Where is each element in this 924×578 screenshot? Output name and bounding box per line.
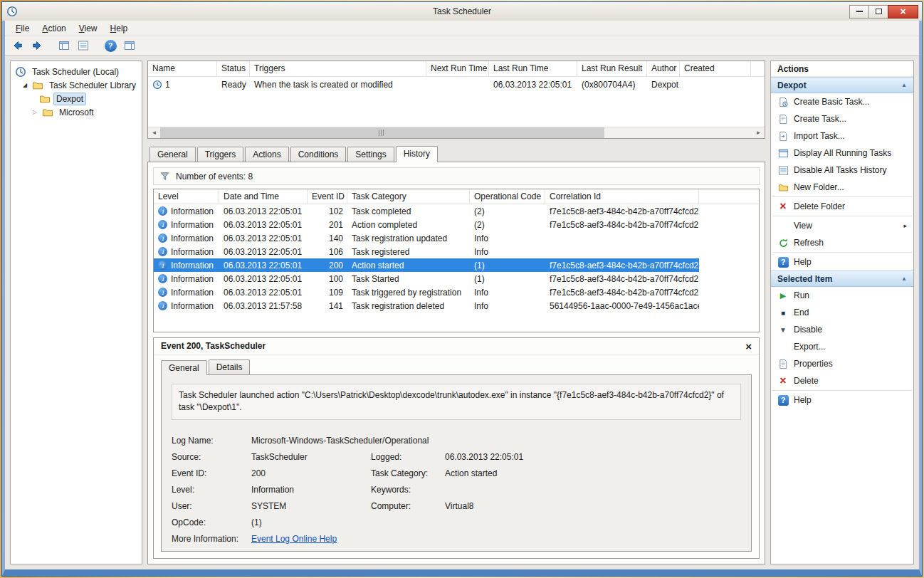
event-row[interactable]: iInformation 06.03.2013 22:05:01 102 Tas…: [154, 204, 699, 218]
task-row[interactable]: 1 Ready When the task is created or modi…: [148, 77, 765, 92]
scroll-left-icon[interactable]: ◄: [148, 130, 160, 136]
column-header-task-category[interactable]: Task Category: [347, 189, 470, 204]
action-end[interactable]: ■ End: [771, 304, 913, 321]
tree-item-microsoft[interactable]: ▷ Microsoft: [11, 105, 142, 119]
collapse-chevron-icon[interactable]: ▲: [901, 82, 907, 88]
horizontal-scrollbar[interactable]: ◄ ►: [148, 127, 765, 138]
column-header-next-run-time[interactable]: Next Run Time: [426, 61, 489, 76]
action-delete-folder[interactable]: × Delete Folder: [771, 198, 913, 215]
action-export[interactable]: Export...: [771, 338, 913, 355]
event-row[interactable]: iInformation 06.03.2013 22:05:01 201 Act…: [154, 218, 699, 231]
column-header-author[interactable]: Author: [647, 61, 680, 76]
action-delete[interactable]: × Delete: [771, 372, 913, 389]
tree-item-dexpot[interactable]: Dexpot: [11, 92, 142, 105]
scrollbar-thumb[interactable]: [160, 127, 604, 138]
event-row[interactable]: iInformation 06.03.2013 22:05:01 100 Tas…: [154, 272, 699, 285]
console-tree-panel: Task Scheduler (Local) ◢ Task Scheduler …: [10, 61, 142, 564]
event-row-selected[interactable]: iInformation 06.03.2013 22:05:01 200 Act…: [154, 258, 699, 272]
action-view[interactable]: View ▸: [771, 217, 913, 234]
action-create-task[interactable]: Create Task...: [771, 110, 913, 127]
action-label: Disable All Tasks History: [794, 165, 887, 175]
column-header-level[interactable]: Level: [154, 189, 219, 204]
opcode-label: OpCode:: [172, 517, 251, 527]
close-button[interactable]: ×: [888, 5, 918, 19]
column-header-name[interactable]: Name: [148, 61, 217, 76]
detail-tab-general[interactable]: General: [161, 360, 207, 375]
tab-settings[interactable]: Settings: [347, 147, 394, 162]
action-properties[interactable]: Properties: [771, 355, 913, 372]
tree-item-task-scheduler-local[interactable]: Task Scheduler (Local): [11, 65, 142, 78]
column-header-event-id[interactable]: Event ID: [308, 189, 347, 204]
task-next-run-cell: [426, 77, 489, 92]
action-import-task[interactable]: Import Task...: [771, 127, 913, 144]
event-log-online-help-link[interactable]: Event Log Online Help: [251, 534, 337, 544]
action-help-selected[interactable]: ? Help: [771, 392, 913, 409]
menu-view[interactable]: View: [73, 21, 104, 36]
expanded-arrow-icon[interactable]: ◢: [21, 82, 29, 88]
tab-conditions[interactable]: Conditions: [290, 147, 347, 162]
source-label: Source:: [172, 452, 251, 462]
center-panel: Name Status Triggers Next Run Time Last …: [147, 61, 765, 564]
maximize-button[interactable]: [868, 5, 888, 19]
event-level-cell: iInformation: [154, 258, 219, 272]
menu-help[interactable]: Help: [104, 21, 135, 36]
tab-actions[interactable]: Actions: [245, 147, 288, 162]
tree-item-task-scheduler-library[interactable]: ◢ Task Scheduler Library: [11, 78, 142, 92]
action-create-basic-task[interactable]: Create Basic Task...: [771, 93, 913, 110]
task-category-value: Action started: [445, 468, 741, 478]
forward-button[interactable]: [28, 38, 46, 53]
event-id-cell: 200: [308, 258, 347, 272]
events-table-header: Level Date and Time Event ID Task Catego…: [154, 189, 759, 204]
action-label: Delete: [794, 376, 819, 386]
column-header-created[interactable]: Created: [680, 61, 751, 76]
show-hide-action-pane-button[interactable]: [121, 38, 138, 53]
collapsed-arrow-icon[interactable]: ▷: [31, 109, 39, 115]
action-help[interactable]: ? Help: [771, 253, 913, 270]
opcode-value: (1): [251, 517, 741, 527]
event-row[interactable]: iInformation 06.03.2013 22:05:01 106 Tas…: [154, 245, 699, 258]
show-hide-console-tree-button[interactable]: [56, 38, 73, 53]
column-header-operational-code[interactable]: Operational Code: [470, 189, 545, 204]
minimize-button[interactable]: [849, 5, 869, 19]
tab-history[interactable]: History: [396, 146, 438, 162]
tab-triggers[interactable]: Triggers: [197, 147, 244, 162]
toolbar: ?: [5, 36, 919, 56]
action-label: Disable: [794, 325, 822, 335]
event-category-cell: Task registered: [347, 245, 470, 258]
scroll-right-icon[interactable]: ►: [752, 130, 765, 136]
action-disable-all-tasks-history[interactable]: Disable All Tasks History: [771, 162, 913, 179]
event-category-cell: Task registration deleted: [347, 299, 470, 312]
action-refresh[interactable]: Refresh: [771, 234, 913, 251]
column-header-correlation-id[interactable]: Correlation Id: [545, 189, 699, 204]
column-header-triggers[interactable]: Triggers: [250, 61, 426, 76]
event-detail-header: Event 200, TaskScheduler ×: [154, 338, 759, 354]
computer-label: Computer:: [371, 501, 445, 511]
section-header-dexpot[interactable]: Dexpot ▲: [771, 77, 913, 93]
detail-tab-details[interactable]: Details: [209, 359, 251, 374]
actions-pane: Actions Dexpot ▲ Create Basic Task... Cr…: [770, 61, 914, 564]
column-header-last-run-result[interactable]: Last Run Result: [577, 61, 647, 76]
menu-action[interactable]: Action: [36, 21, 72, 36]
action-disable[interactable]: ▼ Disable: [771, 321, 913, 338]
action-run[interactable]: ▶ Run: [771, 287, 913, 304]
title-bar[interactable]: Task Scheduler ×: [2, 2, 922, 21]
section-header-selected-item[interactable]: Selected Item ▲: [771, 270, 913, 287]
column-header-date-time[interactable]: Date and Time: [219, 189, 308, 204]
event-row[interactable]: iInformation 06.03.2013 22:05:01 140 Tas…: [154, 231, 699, 245]
event-correlation-cell: [545, 231, 699, 245]
action-display-all-running-tasks[interactable]: Display All Running Tasks: [771, 144, 913, 162]
collapse-chevron-icon[interactable]: ▲: [901, 275, 907, 282]
action-new-folder[interactable]: New Folder...: [771, 179, 913, 196]
close-detail-icon[interactable]: ×: [745, 341, 752, 352]
view-icon: [777, 220, 789, 231]
help-button[interactable]: ?: [102, 38, 119, 53]
menu-file[interactable]: File: [9, 21, 36, 36]
console-tree-icon: [58, 40, 70, 51]
event-row[interactable]: iInformation 06.03.2013 22:05:01 109 Tas…: [154, 285, 699, 299]
back-button[interactable]: [9, 38, 26, 53]
tab-general[interactable]: General: [149, 147, 196, 162]
column-header-last-run-time[interactable]: Last Run Time: [489, 61, 577, 76]
column-header-status[interactable]: Status: [217, 61, 250, 76]
event-row[interactable]: iInformation 06.03.2013 21:57:58 141 Tas…: [154, 299, 699, 312]
export-list-button[interactable]: [75, 38, 92, 53]
